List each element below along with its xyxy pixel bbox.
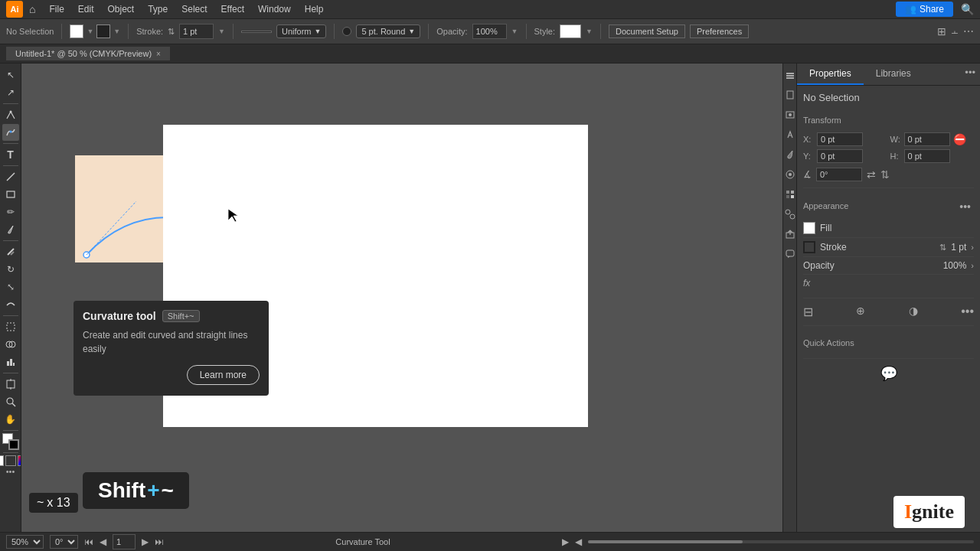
play-btn[interactable]: ▶ (562, 536, 569, 547)
svg-rect-34 (786, 250, 794, 256)
stroke-dropdown[interactable]: ▼ (113, 28, 120, 35)
normal-mode[interactable] (0, 455, 4, 466)
style-dropdown[interactable]: ▼ (586, 28, 593, 35)
home-icon[interactable]: ⌂ (29, 3, 35, 15)
stroke-type-selector[interactable]: Uniform ▼ (276, 24, 326, 38)
pencil-tool[interactable]: ✏ (2, 204, 19, 220)
menu-help[interactable]: Help (299, 2, 330, 16)
more-panel-icon[interactable]: ••• (961, 305, 974, 319)
stroke-swatch[interactable] (96, 24, 110, 38)
menu-type[interactable]: Type (142, 2, 174, 16)
angle-label: ∡ (803, 169, 812, 180)
h-input[interactable] (904, 149, 950, 163)
opacity-expand-arrow[interactable]: › (971, 261, 974, 270)
menu-object[interactable]: Object (102, 2, 141, 16)
opacity-label: Opacity: (436, 27, 467, 36)
stroke-color-swatch[interactable] (803, 241, 815, 253)
y-input[interactable] (817, 149, 863, 163)
appearance-more-icon[interactable]: ••• (956, 197, 974, 216)
opacity-input[interactable] (472, 24, 507, 39)
menu-effect[interactable]: Effect (215, 2, 250, 16)
flip-v-icon[interactable]: ⇅ (880, 168, 890, 181)
arrange-icon[interactable]: ⊞ (937, 25, 946, 37)
prev-artboard-btn[interactable]: ◀ (100, 536, 106, 547)
last-artboard-btn[interactable]: ⏭ (155, 536, 164, 547)
rotate-tool[interactable]: ↻ (2, 261, 19, 278)
stroke-width-input[interactable] (179, 24, 214, 39)
scale-tool[interactable]: ⤡ (2, 279, 19, 295)
menu-window[interactable]: Window (252, 2, 297, 16)
constrain-icon[interactable]: ⛔ (953, 133, 966, 145)
rect-tool[interactable] (2, 186, 19, 203)
fill-row: Fill (803, 219, 974, 238)
y-transform: Y: (803, 149, 887, 163)
preferences-button[interactable]: Preferences (690, 24, 749, 38)
warp-tool[interactable] (2, 296, 19, 313)
canvas-area[interactable]: Curvature tool Shift+~ Create and edit c… (21, 64, 782, 551)
document-tab[interactable]: Untitled-1* @ 50 % (CMYK/Preview) × (6, 47, 170, 60)
layer-stack-icon[interactable]: ⊟ (803, 305, 813, 319)
first-artboard-btn[interactable]: ⏮ (84, 536, 93, 547)
doc-setup-button[interactable]: Document Setup (609, 24, 685, 38)
fill-label: Fill (820, 223, 974, 233)
curvature-tool-btn[interactable] (2, 124, 19, 141)
tooltip-title: Curvature tool (83, 310, 156, 322)
zoom-select[interactable]: 50% (6, 535, 44, 549)
menu-edit[interactable]: Edit (72, 2, 100, 16)
direct-select-tool[interactable]: ↗ (2, 84, 19, 101)
comment-panel-icon[interactable]: 💬 (880, 365, 897, 382)
stroke-up-down[interactable]: ⇅ (168, 27, 175, 37)
stroke-cap-selector[interactable]: 5 pt. Round ▼ (356, 24, 420, 38)
stroke-expand-arrow[interactable]: › (971, 243, 974, 252)
panel-more-icon[interactable]: ••• (960, 64, 980, 85)
ignite-text: Ignite (904, 500, 954, 523)
graph-tool[interactable] (2, 354, 19, 370)
blend-icon[interactable]: ⊕ (856, 305, 865, 319)
svg-rect-10 (7, 380, 15, 388)
search-icon[interactable]: 🔍 (961, 3, 974, 15)
menu-select[interactable]: Select (175, 2, 213, 16)
x-input[interactable] (817, 132, 863, 146)
menu-file[interactable]: File (43, 2, 70, 16)
magnify-tool[interactable] (2, 393, 19, 410)
align-icon[interactable]: ⫠ (949, 25, 960, 37)
angle-select[interactable]: 0° (50, 535, 78, 549)
back-btn[interactable]: ◀ (575, 536, 582, 547)
gradient-mode[interactable] (5, 455, 16, 466)
next-artboard-btn[interactable]: ▶ (142, 536, 149, 547)
tab-libraries[interactable]: Libraries (864, 64, 923, 85)
line-tool[interactable] (2, 168, 19, 185)
eraser-tool[interactable] (2, 243, 19, 260)
pen-tool[interactable] (2, 106, 19, 123)
angle-input[interactable] (816, 168, 862, 181)
more-tools-btn[interactable]: ••• (6, 467, 15, 476)
free-transform-tool[interactable] (2, 318, 19, 335)
svg-line-14 (12, 403, 15, 406)
type-tool[interactable]: T (2, 146, 19, 163)
fill-swatch[interactable] (70, 24, 83, 38)
learn-more-button[interactable]: Learn more (187, 365, 260, 385)
w-input[interactable] (904, 132, 950, 146)
shape-builder-tool[interactable] (2, 336, 19, 353)
flip-h-icon[interactable]: ⇄ (867, 168, 876, 181)
fill-dropdown[interactable]: ▼ (87, 28, 93, 35)
fill-color-swatch[interactable] (803, 222, 815, 234)
share-button[interactable]: 👥 Ai Share (896, 2, 953, 17)
artboard-num-input[interactable] (113, 534, 136, 549)
stroke-unit-dropdown[interactable]: ▼ (218, 28, 225, 35)
scroll-bar[interactable] (588, 540, 974, 543)
extra-icon[interactable]: ⋯ (963, 25, 974, 37)
fill-stroke-swatches[interactable] (2, 433, 19, 450)
stroke-up-down-panel[interactable]: ⇅ (939, 243, 946, 253)
artboard-tool[interactable] (2, 376, 19, 393)
paintbrush-tool[interactable] (2, 221, 19, 238)
tab-close-button[interactable]: × (156, 50, 161, 58)
style-swatch[interactable] (560, 24, 581, 38)
transform-inputs: X: W: ⛔ Y: H: (803, 132, 974, 163)
opacity-dropdown[interactable]: ▼ (511, 28, 518, 35)
mask-icon[interactable]: ◑ (909, 305, 918, 319)
tab-properties[interactable]: Properties (797, 64, 864, 85)
hand-tool[interactable]: ✋ (2, 411, 19, 428)
stroke-type-label: Uniform (282, 27, 312, 36)
select-tool[interactable]: ↖ (2, 67, 19, 83)
